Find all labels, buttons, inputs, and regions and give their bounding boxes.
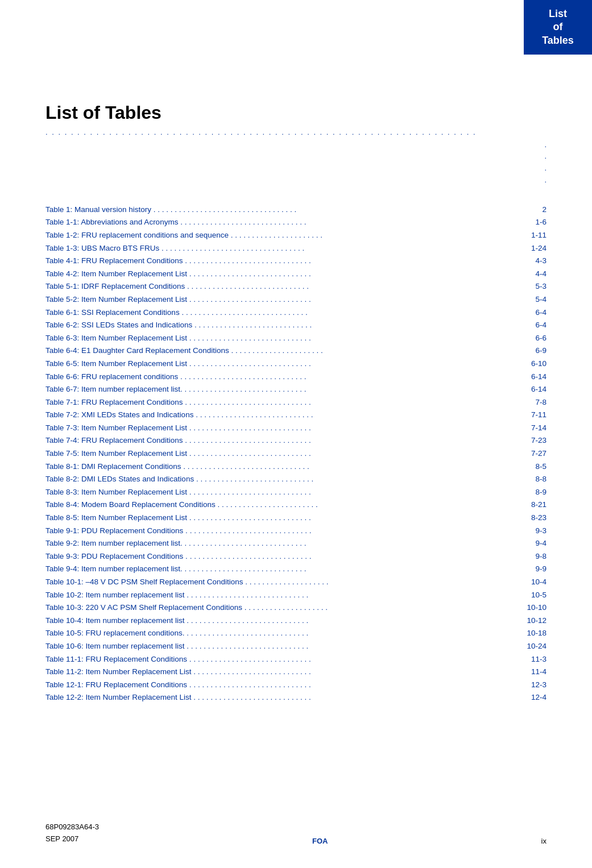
table-entry-page: 1-11 — [518, 229, 547, 242]
table-entry-page: 10-12 — [518, 614, 547, 627]
table-entry-page: 6-4 — [518, 306, 547, 319]
list-item: Table 10-5: FRU replacement conditions. … — [45, 627, 547, 639]
table-entry-label: Table 12-2: Item Number Replacement List… — [45, 691, 518, 704]
list-item: Table 7-2: XMI LEDs States and Indicatio… — [45, 409, 547, 421]
table-entry-page: 6-9 — [518, 344, 547, 357]
list-item: Table 6-6: FRU replacement conditions . … — [45, 371, 547, 383]
table-entry-page: 12-4 — [518, 691, 547, 704]
table-entry-page: 10-24 — [518, 640, 547, 653]
footer-left: 68P09283A64-3 SEP 2007 — [45, 821, 99, 845]
table-entry-page: 10-18 — [518, 627, 547, 639]
table-entry-label: Table 7-3: Item Number Replacement List … — [45, 422, 518, 434]
footer-page-number: ix — [541, 837, 547, 845]
list-item: Table 8-4: Modem Board Replacement Condi… — [45, 499, 547, 511]
list-item: Table 8-3: Item Number Replacement List … — [45, 486, 547, 499]
vertical-dot-2: . — [544, 151, 547, 163]
table-entry-label: Table 7-2: XMI LEDs States and Indicatio… — [45, 409, 518, 421]
table-entry-page: 6-14 — [518, 383, 547, 396]
header-tab: List of Tables — [524, 0, 592, 55]
table-entry-label: Table 6-1: SSI Replacement Conditions . … — [45, 306, 518, 319]
page-title: List of Tables — [45, 102, 547, 123]
table-entry-page: 10-5 — [518, 589, 547, 601]
table-entry-page: 11-4 — [518, 666, 547, 678]
table-entry-page: 8-21 — [518, 499, 547, 511]
list-item: Table 1-2: FRU replacement conditions an… — [45, 229, 547, 242]
table-entry-label: Table 10-6: Item number replacement list… — [45, 640, 518, 653]
table-entry-label: Table 10-2: Item number replacement list… — [45, 589, 518, 601]
table-entry-label: Table 10-3: 220 V AC PSM Shelf Replaceme… — [45, 601, 518, 614]
table-list: Table 1: Manual version history . . . . … — [45, 203, 547, 704]
list-item: Table 5-2: Item Number Replacement List … — [45, 293, 547, 306]
table-entry-label: Table 6-7: Item number replacement list.… — [45, 383, 518, 396]
header-tab-label: List of Tables — [542, 7, 574, 47]
table-entry-label: Table 7-5: Item Number Replacement List … — [45, 447, 518, 460]
table-entry-page: 4-4 — [518, 268, 547, 280]
table-entry-page: 9-9 — [518, 563, 547, 575]
list-item: Table 7-5: Item Number Replacement List … — [45, 447, 547, 460]
list-item: Table 6-1: SSI Replacement Conditions . … — [45, 306, 547, 319]
table-entry-page: 7-8 — [518, 396, 547, 409]
list-item: Table 11-1: FRU Replacement Conditions .… — [45, 653, 547, 666]
table-entry-page: 8-23 — [518, 512, 547, 524]
table-entry-label: Table 7-1: FRU Replacement Conditions . … — [45, 396, 518, 409]
table-entry-page: 9-4 — [518, 537, 547, 550]
footer-center-label: FOA — [312, 837, 328, 845]
table-entry-label: Table 11-2: Item Number Replacement List… — [45, 666, 518, 678]
page-content: List of Tables . . . . . . . . . . . . .… — [0, 0, 592, 750]
table-entry-label: Table 7-4: FRU Replacement Conditions . … — [45, 434, 518, 447]
list-item: Table 11-2: Item Number Replacement List… — [45, 666, 547, 678]
table-entry-page: 4-3 — [518, 255, 547, 267]
list-item: Table 10-4: Item number replacement list… — [45, 614, 547, 627]
table-entry-page: 6-10 — [518, 358, 547, 370]
table-entry-label: Table 9-1: PDU Replacement Conditions . … — [45, 525, 518, 537]
list-item: Table 10-6: Item number replacement list… — [45, 640, 547, 653]
table-entry-page: 6-14 — [518, 371, 547, 383]
list-item: Table 9-3: PDU Replacement Conditions . … — [45, 550, 547, 563]
list-item: Table 8-2: DMI LEDs States and Indicatio… — [45, 473, 547, 485]
list-item: Table 9-1: PDU Replacement Conditions . … — [45, 525, 547, 537]
table-entry-label: Table 10-4: Item number replacement list… — [45, 614, 518, 627]
table-entry-label: Table 5-2: Item Number Replacement List … — [45, 293, 518, 306]
list-item: Table 6-4: E1 Daughter Card Replacement … — [45, 344, 547, 357]
table-entry-label: Table 8-3: Item Number Replacement List … — [45, 486, 518, 499]
table-entry-page: 12-3 — [518, 679, 547, 691]
list-item: Table 1: Manual version history . . . . … — [45, 203, 547, 216]
table-entry-label: Table 6-6: FRU replacement conditions . … — [45, 371, 518, 383]
list-item: Table 6-7: Item number replacement list.… — [45, 383, 547, 396]
table-entry-page: 7-27 — [518, 447, 547, 460]
table-entry-label: Table 12-1: FRU Replacement Conditions .… — [45, 679, 518, 691]
table-entry-label: Table 4-1: FRU Replacement Conditions . … — [45, 255, 518, 267]
table-entry-page: 9-3 — [518, 525, 547, 537]
table-entry-page: 8-8 — [518, 473, 547, 485]
table-entry-label: Table 11-1: FRU Replacement Conditions .… — [45, 653, 518, 666]
list-item: Table 10-2: Item number replacement list… — [45, 589, 547, 601]
table-entry-label: Table 4-2: Item Number Replacement List … — [45, 268, 518, 280]
table-entry-page: 7-14 — [518, 422, 547, 434]
vertical-dot-1: . — [544, 139, 547, 151]
list-item: Table 4-1: FRU Replacement Conditions . … — [45, 255, 547, 267]
table-entry-page: 8-9 — [518, 486, 547, 499]
list-item: Table 8-5: Item Number Replacement List … — [45, 512, 547, 524]
list-item: Table 6-2: SSI LEDs States and Indicatio… — [45, 319, 547, 331]
list-item: Table 8-1: DMI Replacement Conditions . … — [45, 460, 547, 473]
table-entry-page: 2 — [518, 203, 547, 216]
table-entry-page: 7-11 — [518, 409, 547, 421]
table-entry-page: 10-10 — [518, 601, 547, 614]
table-entry-page: 10-4 — [518, 576, 547, 588]
table-entry-page: 1-6 — [518, 216, 547, 229]
list-item: Table 1-1: Abbreviations and Acronyms . … — [45, 216, 547, 229]
table-entry-label: Table 8-1: DMI Replacement Conditions . … — [45, 460, 518, 473]
table-entry-label: Table 8-2: DMI LEDs States and Indicatio… — [45, 473, 518, 485]
table-entry-label: Table 1-3: UBS Macro BTS FRUs . . . . . … — [45, 242, 518, 255]
list-item: Table 10-3: 220 V AC PSM Shelf Replaceme… — [45, 601, 547, 614]
table-entry-label: Table 9-4: Item number replacement list.… — [45, 563, 518, 575]
list-item: Table 6-5: Item Number Replacement List … — [45, 358, 547, 370]
vertical-dots-area: . . . . — [45, 139, 547, 186]
list-item: Table 6-3: Item Number Replacement List … — [45, 332, 547, 344]
table-entry-page: 8-5 — [518, 460, 547, 473]
table-entry-page: 7-23 — [518, 434, 547, 447]
table-entry-label: Table 10-1: –48 V DC PSM Shelf Replaceme… — [45, 576, 518, 588]
table-entry-page: 6-4 — [518, 319, 547, 331]
list-item: Table 10-1: –48 V DC PSM Shelf Replaceme… — [45, 576, 547, 588]
table-entry-label: Table 8-4: Modem Board Replacement Condi… — [45, 499, 518, 511]
